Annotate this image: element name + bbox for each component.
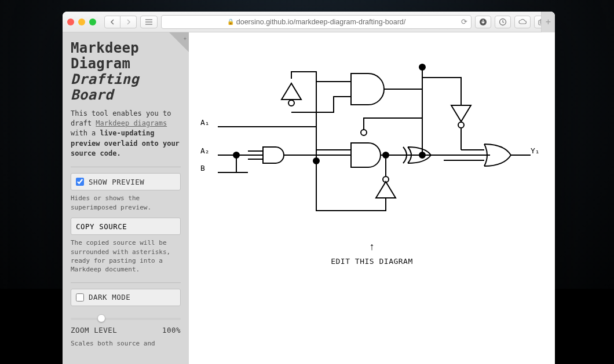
cloud-icon <box>518 19 527 25</box>
zoom-hint: Scales both source and <box>71 339 181 348</box>
svg-point-4 <box>419 64 425 70</box>
corner-fold-icon <box>169 32 189 52</box>
sidebar: Markdeep Diagram Drafting Board This too… <box>63 32 189 364</box>
zoom-label: ZOOM LEVEL <box>71 326 117 334</box>
sidebar-toggle-button[interactable] <box>140 16 158 28</box>
diagram-caption: EDIT THIS DIAGRAM <box>189 257 555 266</box>
history-button[interactable] <box>495 16 511 28</box>
page-content: Markdeep Diagram Drafting Board This too… <box>63 32 555 364</box>
diagram-canvas[interactable]: A₁ A₂ B Y₁ <box>189 32 555 364</box>
window-controls <box>67 19 96 25</box>
browser-window: 🔒 doersino.github.io/markdeep-diagram-dr… <box>63 12 555 364</box>
page-title: Markdeep Diagram Drafting Board <box>71 41 181 103</box>
svg-point-6 <box>458 122 464 128</box>
markdeep-link[interactable]: Markdeep diagrams <box>96 119 167 127</box>
back-button[interactable] <box>104 16 120 28</box>
sidebar-icon <box>145 19 153 25</box>
zoom-slider-thumb[interactable] <box>97 314 105 322</box>
dark-mode-label: DARK MODE <box>89 293 130 302</box>
minimize-window-button[interactable] <box>78 19 85 25</box>
divider <box>71 167 181 167</box>
chevron-left-icon <box>110 19 115 25</box>
svg-point-10 <box>361 130 367 135</box>
svg-point-11 <box>419 152 425 158</box>
close-window-button[interactable] <box>67 19 74 25</box>
show-preview-toggle[interactable]: SHOW PREVIEW <box>71 173 181 190</box>
reload-icon[interactable]: ⟳ <box>461 17 467 26</box>
sidebar-description: This tool enables you to draft Markdeep … <box>71 109 181 159</box>
svg-point-5 <box>288 100 294 106</box>
copy-source-label: COPY SOURCE <box>76 222 127 231</box>
url-text: doersino.github.io/markdeep-diagram-draf… <box>236 18 406 26</box>
download-icon <box>479 18 487 26</box>
chevron-right-icon <box>126 19 131 25</box>
lock-icon: 🔒 <box>227 19 234 25</box>
forward-button[interactable] <box>120 16 137 28</box>
zoom-window-button[interactable] <box>89 19 96 25</box>
zoom-slider[interactable] <box>71 318 181 320</box>
zoom-value: 100% <box>162 326 181 334</box>
divider <box>71 282 181 283</box>
dark-mode-toggle[interactable]: DARK MODE <box>71 289 181 306</box>
address-bar[interactable]: 🔒 doersino.github.io/markdeep-diagram-dr… <box>161 15 472 29</box>
show-preview-label: SHOW PREVIEW <box>89 178 144 186</box>
browser-toolbar: 🔒 doersino.github.io/markdeep-diagram-dr… <box>63 12 555 32</box>
new-tab-button[interactable]: + <box>541 12 555 32</box>
toolbar-right <box>475 16 550 28</box>
copy-source-hint: The copied source will be surrounded wit… <box>71 238 181 274</box>
downloads-button[interactable] <box>475 16 491 28</box>
show-preview-checkbox[interactable] <box>76 178 84 186</box>
logic-circuit-diagram <box>195 37 549 222</box>
cloud-button[interactable] <box>514 16 531 28</box>
zoom-control: ZOOM LEVEL 100% Scales both source and <box>71 318 181 348</box>
arrow-up-icon: ↑ <box>370 241 375 253</box>
show-preview-hint: Hides or shows the superimposed preview. <box>71 194 181 212</box>
nav-buttons <box>104 16 137 28</box>
clock-icon <box>499 18 507 26</box>
dark-mode-checkbox[interactable] <box>76 293 84 302</box>
copy-source-button[interactable]: COPY SOURCE <box>71 218 181 235</box>
svg-point-9 <box>383 152 389 158</box>
